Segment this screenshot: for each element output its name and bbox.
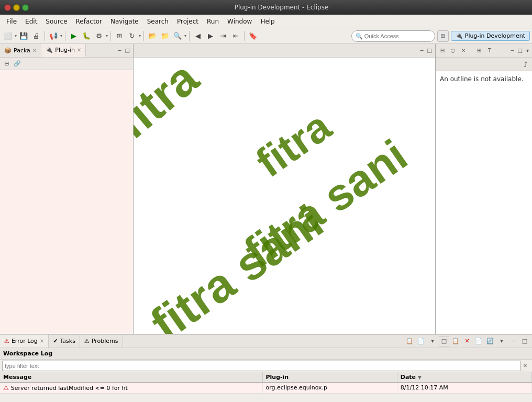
perspective-icon: 🔌 [456,32,463,39]
run-dropdown-arrow[interactable]: ▾ [106,34,108,38]
bottom-btn-dropdown[interactable]: ▾ [427,336,438,347]
open-perspective-button[interactable]: ⊞ [437,30,449,42]
bottom-btn-2[interactable]: 📄 [416,336,426,347]
search-dropdown-arrow[interactable]: ▾ [184,34,186,38]
col-header-date[interactable]: Date ▼ [397,372,532,382]
toolbar-extra-2-arrow[interactable]: ▾ [139,34,141,38]
bottom-maximize[interactable]: □ [519,336,530,347]
bottom-btn-1[interactable]: 📋 [404,336,415,347]
plugin-icon: 🔌 [46,47,53,53]
link-editor-button[interactable]: 🔗 [13,59,22,69]
outline-tab-bar: ⊟ ○ ✕ ⊞ T ─ □ ▾ [436,44,532,58]
menu-project[interactable]: Project [173,16,203,27]
bottom-btn-6[interactable]: 🔃 [485,336,495,347]
menu-window[interactable]: Window [223,16,256,27]
nav-back-button[interactable]: ◀ [192,30,204,42]
menu-search[interactable]: Search [143,16,173,27]
bottom-btn-delete[interactable]: ✕ [462,336,472,347]
debug-button[interactable]: 🐛 [81,30,92,42]
main-toolbar: ⬜ ▾ 💾 🖨 📢 ▾ ▶ 🐛 ⚙ ▾ ⊞ ↻ ▾ 📂 📁 🔍 ▾ ◀ ▶ ⇥ … [0,28,532,44]
collapse-all-button[interactable]: ⊟ [2,59,12,69]
print-button[interactable]: 🖨 [30,30,42,42]
new-dropdown-arrow[interactable]: ▾ [15,34,17,38]
table-row: ⚠ Server returned lastModified <= 0 for … [0,383,532,394]
menu-edit[interactable]: Edit [21,16,41,27]
left-panel-maximize[interactable]: □ [124,47,131,54]
filter-clear-button[interactable]: ✕ [520,361,530,371]
outline-icon-4[interactable]: T [485,46,494,55]
error-log-label: Error Log [12,338,38,344]
outline-icon-1[interactable]: ⊟ [438,46,447,55]
maximize-button[interactable] [22,4,29,11]
col-header-message[interactable]: Message [0,372,263,382]
close-button[interactable] [4,4,11,11]
nav-fwd-button[interactable]: ▶ [205,30,216,42]
plugin-tab-label: Plug-in [55,47,75,53]
outline-minimize[interactable]: ─ [509,47,515,54]
row-plugin: org.eclipse.equinox.p [263,383,397,393]
save-button[interactable]: 💾 [18,30,29,42]
error-log-close[interactable]: ✕ [40,338,44,344]
tasks-label: Tasks [60,338,75,344]
left-panel-minimize[interactable]: ─ [117,47,123,54]
left-panel-toolbar: ⊟ 🔗 [0,58,133,70]
nav-next-button[interactable]: ⇤ [230,30,241,42]
outline-close[interactable]: ✕ [459,46,468,55]
editor-minimize[interactable]: ─ [419,47,425,54]
nav-last-button[interactable]: ⇥ [217,30,229,42]
left-panel: 📦 Packa ✕ 🔌 Plug-in ✕ ─ □ ⊟ 🔗 [0,44,134,334]
search-toolbar-button[interactable]: 🔍 [172,30,183,42]
publish-button[interactable]: 📢 [48,30,59,42]
window-title: Plug-in Development - Eclipse [35,4,528,11]
problems-icon: ⚠ [84,338,90,344]
menu-refactor[interactable]: Refactor [72,16,106,27]
tab-problems[interactable]: ⚠ Problems [80,334,123,348]
open-button[interactable]: 📂 [147,30,158,42]
tab-plugin[interactable]: 🔌 Plug-in ✕ [41,44,86,57]
outline-toolbar: ⤴ [436,58,532,71]
menu-source[interactable]: Source [41,16,71,27]
outline-sort-btn[interactable]: ⤴ [520,60,530,69]
title-bar: Plug-in Development - Eclipse [0,0,532,15]
separator-4 [143,31,144,41]
open2-button[interactable]: 📁 [159,30,171,42]
outline-icon-2[interactable]: ○ [448,46,458,55]
separator-2 [65,31,65,41]
plugin-tab-close[interactable]: ✕ [77,47,81,53]
outline-dropdown[interactable]: ▾ [525,47,530,54]
bottom-btn-4[interactable]: 📋 [450,336,461,347]
menu-help[interactable]: Help [256,16,279,27]
filter-input[interactable] [2,361,520,371]
outline-maximize[interactable]: □ [517,47,524,54]
toolbar-extra-1[interactable]: ⊞ [114,30,125,42]
editor-tab-bar: ─ □ [134,44,435,58]
bottom-btn-more[interactable]: ▾ [496,336,507,347]
run-button[interactable]: ▶ [68,30,80,42]
outline-icon-3[interactable]: ⊞ [474,46,484,55]
new-button[interactable]: ⬜ [2,30,14,42]
packages-tab-close[interactable]: ✕ [32,48,37,53]
perspective-plugin-dev[interactable]: 🔌 Plug-in Development [451,31,530,41]
bookmark-button[interactable]: 🔖 [247,30,259,42]
quick-access-input[interactable] [351,30,435,42]
tab-tasks[interactable]: ✔ Tasks [49,334,80,348]
run-ext-button[interactable]: ⚙ [93,30,105,42]
publish-dropdown-arrow[interactable]: ▾ [60,34,62,38]
bottom-minimize[interactable]: ─ [508,336,518,347]
watermark-4: fitra sani [141,195,332,334]
outline-controls: ─ □ ▾ [509,47,530,54]
editor-maximize[interactable]: □ [426,47,433,54]
col-header-plugin[interactable]: Plug-in [263,372,397,382]
toolbar-extra-2[interactable]: ↻ [126,30,138,42]
minimize-button[interactable] [13,4,20,11]
row-error-icon: ⚠ [3,384,9,392]
menu-file[interactable]: File [2,16,21,27]
bottom-btn-3[interactable]: □ [439,336,449,347]
tab-error-log[interactable]: ⚠ Error Log ✕ [0,334,49,348]
tab-packages[interactable]: 📦 Packa ✕ [0,44,41,57]
left-panel-controls: ─ □ [117,47,133,54]
menu-navigate[interactable]: Navigate [106,16,143,27]
bottom-btn-5[interactable]: 📄 [473,336,484,347]
window-controls[interactable] [4,4,29,11]
menu-run[interactable]: Run [203,16,223,27]
